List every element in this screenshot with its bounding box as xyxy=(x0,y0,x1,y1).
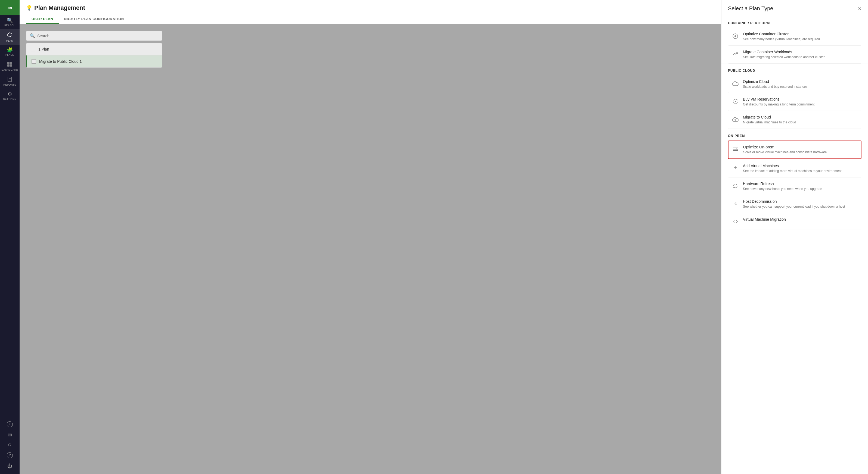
plan-type-info-buy-vm-reservations: Buy VM Reservations Get discounts by mak… xyxy=(743,97,858,107)
plan-type-name-host-decommission: Host Decommission xyxy=(743,199,858,203)
sidebar-item-info[interactable]: i xyxy=(0,418,20,430)
plan-type-optimize-cloud[interactable]: Optimize Cloud Scale workloads and buy r… xyxy=(728,75,862,93)
info-icon: i xyxy=(7,421,13,427)
plan-icon xyxy=(7,32,12,38)
plan-type-info-host-decommission: Host Decommission See whether you can su… xyxy=(743,199,858,209)
sidebar-item-plan-label: PLAN xyxy=(6,39,13,42)
plan-type-name-virtual-machine-migration: Virtual Machine Migration xyxy=(743,217,858,222)
optimize-on-prem-icon xyxy=(732,146,739,153)
plan-type-desc-optimize-container-cluster: See how many nodes (Virtual Machines) ar… xyxy=(743,37,858,41)
sidebar-item-settings[interactable]: ⚙ SETTINGS xyxy=(0,89,20,103)
dashboard-icon xyxy=(7,62,12,67)
svg-rect-2 xyxy=(10,62,12,64)
plan-type-info-optimize-container-cluster: Optimize Container Cluster See how many … xyxy=(743,32,858,41)
section-header-container-platform: CONTAINER PLATFORM xyxy=(728,16,862,28)
sidebar-nav: 🔍 SEARCH PLAN 🧩 PLACE DASHBOARD REPORTS xyxy=(0,15,20,418)
migrate-container-workloads-icon xyxy=(732,50,739,58)
sidebar-item-search-label: SEARCH xyxy=(4,24,16,27)
optimize-cloud-icon xyxy=(732,80,739,88)
plan-type-migrate-to-cloud[interactable]: Migrate to Cloud Migrate virtual machine… xyxy=(728,111,862,129)
hardware-refresh-icon xyxy=(732,182,739,190)
plan-type-info-migrate-to-cloud: Migrate to Cloud Migrate virtual machine… xyxy=(743,115,858,125)
plan-type-name-add-virtual-machines: Add Virtual Machines xyxy=(743,164,858,168)
plan-type-optimize-container-cluster[interactable]: Optimize Container Cluster See how many … xyxy=(728,28,862,46)
plan-type-migrate-container-workloads[interactable]: Migrate Container Workloads Simulate mig… xyxy=(728,46,862,64)
plan-management-icon: 💡 xyxy=(26,5,32,11)
tab-user-plan[interactable]: USER PLAN xyxy=(26,15,59,24)
plan-type-virtual-machine-migration[interactable]: Virtual Machine Migration xyxy=(728,213,862,229)
svg-rect-4 xyxy=(10,64,12,67)
plan-type-name-buy-vm-reservations: Buy VM Reservations xyxy=(743,97,858,101)
sidebar-item-help[interactable]: ? xyxy=(0,449,20,461)
plan-item-2[interactable]: Migrate to Public Cloud 1 xyxy=(26,56,162,67)
page-tabs: USER PLAN NIGHTLY PLAN CONFIGURATION xyxy=(26,15,715,24)
migrate-to-cloud-icon xyxy=(732,116,739,123)
sidebar-item-place-label: PLACE xyxy=(5,54,14,56)
optimize-container-cluster-icon xyxy=(732,32,739,40)
side-panel: Select a Plan Type × CONTAINER PLATFORM … xyxy=(721,0,868,474)
sidebar-item-dashboard[interactable]: DASHBOARD xyxy=(0,59,20,74)
place-icon: 🧩 xyxy=(7,48,13,53)
sidebar-item-reports-label: REPORTS xyxy=(3,84,16,86)
svg-point-11 xyxy=(735,101,736,102)
page-header: 💡 Plan Management USER PLAN NIGHTLY PLAN… xyxy=(20,0,721,24)
mail-icon: ✉ xyxy=(8,433,12,438)
plan-checkbox-1[interactable] xyxy=(31,47,35,51)
plan-type-name-optimize-on-prem: Optimize On-prem xyxy=(743,145,858,149)
sidebar-item-place[interactable]: 🧩 PLACE xyxy=(0,45,20,59)
sidebar-item-google[interactable]: G xyxy=(0,440,20,449)
tab-nightly-plan[interactable]: NIGHTLY PLAN CONFIGURATION xyxy=(59,15,129,24)
plan-type-info-virtual-machine-migration: Virtual Machine Migration xyxy=(743,217,858,222)
sidebar-logo: on xyxy=(0,0,20,15)
plan-type-buy-vm-reservations[interactable]: Buy VM Reservations Get discounts by mak… xyxy=(728,93,862,111)
logo-mark: on xyxy=(5,3,15,12)
sidebar-item-reports[interactable]: REPORTS xyxy=(0,74,20,89)
side-panel-title: Select a Plan Type xyxy=(728,5,773,12)
svg-point-10 xyxy=(735,35,736,37)
plan-type-name-migrate-container-workloads: Migrate Container Workloads xyxy=(743,50,858,54)
plan-type-name-hardware-refresh: Hardware Refresh xyxy=(743,182,858,186)
plan-type-desc-buy-vm-reservations: Get discounts by making a long term comm… xyxy=(743,102,858,107)
plan-type-name-optimize-cloud: Optimize Cloud xyxy=(743,80,858,84)
plan-type-desc-optimize-on-prem: Scale or move virtual machines and conso… xyxy=(743,150,858,155)
host-decommission-icon: -1 xyxy=(732,200,739,208)
sidebar-bottom: i ✉ G ? ⏻ xyxy=(0,418,20,474)
sidebar-item-search[interactable]: 🔍 SEARCH xyxy=(0,15,20,29)
sidebar-item-mail[interactable]: ✉ xyxy=(0,430,20,440)
plan-type-name-migrate-to-cloud: Migrate to Cloud xyxy=(743,115,858,119)
plan-type-info-migrate-container-workloads: Migrate Container Workloads Simulate mig… xyxy=(743,50,858,60)
plan-type-desc-host-decommission: See whether you can support your current… xyxy=(743,204,858,209)
power-icon: ⏻ xyxy=(7,464,12,469)
plan-type-desc-migrate-container-workloads: Simulate migrating selected workloads to… xyxy=(743,55,858,60)
search-icon: 🔍 xyxy=(7,18,13,23)
plan-type-info-add-virtual-machines: Add Virtual Machines See the impact of a… xyxy=(743,164,858,173)
plan-checkbox-2[interactable] xyxy=(32,59,36,64)
side-panel-header: Select a Plan Type × xyxy=(721,0,868,16)
settings-icon: ⚙ xyxy=(8,92,12,96)
page-title: Plan Management xyxy=(34,4,85,11)
sidebar-item-settings-label: SETTINGS xyxy=(3,98,16,100)
plan-type-optimize-on-prem[interactable]: Optimize On-prem Scale or move virtual m… xyxy=(728,140,862,159)
close-button[interactable]: × xyxy=(858,6,862,12)
plan-type-hardware-refresh[interactable]: Hardware Refresh See how many new hosts … xyxy=(728,178,862,195)
overlay xyxy=(20,24,721,474)
plan-type-desc-migrate-to-cloud: Migrate virtual machines to the cloud xyxy=(743,120,858,125)
section-header-on-prem: ON-PREM xyxy=(728,129,862,140)
add-virtual-machines-icon: + xyxy=(732,164,739,172)
sidebar-item-plan[interactable]: PLAN xyxy=(0,29,20,45)
page-title-row: 💡 Plan Management xyxy=(26,4,715,11)
sidebar-item-power[interactable]: ⏻ xyxy=(0,461,20,471)
plan-type-info-optimize-on-prem: Optimize On-prem Scale or move virtual m… xyxy=(743,145,858,155)
plan-type-desc-add-virtual-machines: See the impact of adding more virtual ma… xyxy=(743,169,858,173)
section-header-public-cloud: PUBLIC CLOUD xyxy=(728,64,862,75)
plan-type-host-decommission[interactable]: -1 Host Decommission See whether you can… xyxy=(728,195,862,213)
plan-list: 1 Plan Migrate to Public Cloud 1 xyxy=(26,43,162,68)
content-area: 🔍 1 Plan Migrate to Public Cloud 1 xyxy=(20,24,721,474)
virtual-machine-migration-icon xyxy=(732,218,739,225)
sidebar-item-dashboard-label: DASHBOARD xyxy=(1,68,18,71)
search-input[interactable] xyxy=(37,34,158,38)
plan-item-1[interactable]: 1 Plan xyxy=(26,43,162,56)
reports-icon xyxy=(7,77,12,82)
google-icon: G xyxy=(8,443,11,447)
plan-type-add-virtual-machines[interactable]: + Add Virtual Machines See the impact of… xyxy=(728,160,862,178)
